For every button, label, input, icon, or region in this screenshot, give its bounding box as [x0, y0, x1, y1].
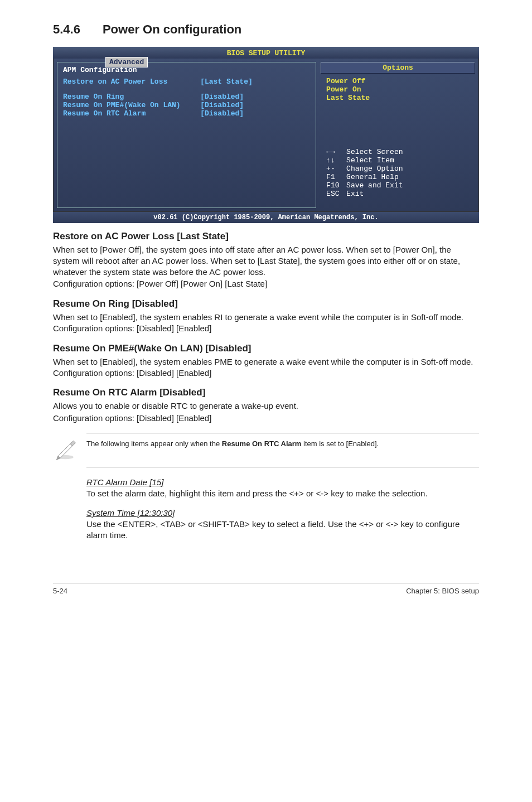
bios-help-row: F10Save and Exit: [326, 181, 470, 190]
bios-setting-key: Resume On Ring: [63, 93, 200, 101]
para-resume-rtc-1: Allows you to enable or disable RTC to g…: [53, 400, 479, 412]
page-footer: 5-24 Chapter 5: BIOS setup: [53, 583, 479, 595]
note-text-bold: Resume On RTC Alarm: [222, 439, 302, 448]
subheading-rtc-date: RTC Alarm Date [15]: [86, 477, 479, 487]
page-number: 5-24: [53, 587, 67, 595]
bios-setting-key: Restore on AC Power Loss: [63, 78, 200, 86]
bios-help-key: F10: [326, 181, 346, 190]
bios-help-label: Select Item: [346, 156, 394, 165]
para-resume-pme: When set to [Enabled], the system enable…: [53, 356, 479, 379]
bios-setting-row: Resume On RTC Alarm[Disabled]: [63, 109, 310, 118]
bios-help-row: ESCExit: [326, 190, 470, 198]
bios-setting-row: Resume On Ring[Disabled]: [63, 93, 310, 101]
bios-help-row: F1General Help: [326, 173, 470, 181]
chapter-label: Chapter 5: BIOS setup: [406, 587, 479, 595]
bios-option-item: Power On: [326, 85, 470, 94]
bios-help-row: ←→Select Screen: [326, 148, 470, 156]
bios-left-panel: APM Configuration Restore on AC Power Lo…: [57, 62, 316, 208]
bios-panel-title: APM Configuration: [63, 66, 310, 74]
bios-help-key: F1: [326, 173, 346, 181]
bios-options-header: Options: [321, 62, 475, 74]
bios-right-panel: Options Power OffPower OnLast State ←→Se…: [321, 62, 475, 208]
bios-help-label: Change Option: [346, 165, 403, 173]
para-restore-ac-2: Configuration options: [Power Off] [Powe…: [53, 278, 479, 289]
para-restore-ac-1: When set to [Power Off], the system goes…: [53, 244, 479, 277]
bios-setting-value: [Last State]: [200, 78, 310, 86]
bios-help-key: ←→: [326, 148, 346, 156]
note-text-post: item is set to [Enabled].: [301, 439, 379, 448]
section-number: 5.4.6: [53, 22, 80, 37]
heading-resume-pme: Resume On PME#(Wake On LAN) [Disabled]: [53, 343, 479, 354]
bios-setting-key: Resume On RTC Alarm: [63, 109, 200, 118]
bios-setting-row: Resume On PME#(Wake On LAN)[Disabled]: [63, 101, 310, 109]
bios-help-label: General Help: [346, 173, 399, 181]
bios-screenshot: BIOS SETUP UTILITY Advanced APM Configur…: [53, 47, 479, 223]
bios-setting-value: [Disabled]: [200, 109, 310, 118]
bios-help-label: Save and Exit: [346, 181, 403, 190]
bios-setting-row: Restore on AC Power Loss[Last State]: [63, 78, 310, 86]
bios-option-item: Last State: [326, 94, 470, 102]
bios-help-row: +-Change Option: [326, 165, 470, 173]
para-resume-rtc-2: Configuration options: [Disabled] [Enabl…: [53, 413, 479, 424]
bios-copyright: v02.61 (C)Copyright 1985-2009, American …: [53, 212, 479, 223]
bios-help-key: ESC: [326, 190, 346, 198]
note-divider-bottom: [86, 467, 479, 467]
para-resume-ring: When set to [Enabled], the system enable…: [53, 312, 479, 334]
pencil-note-icon: [53, 437, 86, 463]
note-text: The following items appear only when the…: [86, 437, 379, 449]
section-heading: 5.4.6Power On configuration: [53, 22, 479, 37]
bios-setting-key: Resume On PME#(Wake On LAN): [63, 101, 200, 109]
bios-help-panel: ←→Select Screen↑↓Select Item+-Change Opt…: [321, 144, 475, 208]
section-title: Power On configuration: [103, 22, 241, 36]
bios-help-key: ↑↓: [326, 156, 346, 165]
note-block: The following items appear only when the…: [53, 433, 479, 467]
bios-options-list: Power OffPower OnLast State: [321, 74, 475, 105]
bios-setting-value: [Disabled]: [200, 93, 310, 101]
bios-title-bar: BIOS SETUP UTILITY Advanced: [53, 47, 479, 59]
bios-setting-value: [Disabled]: [200, 101, 310, 109]
bios-help-label: Exit: [346, 190, 364, 198]
bios-tab-advanced: Advanced: [105, 57, 148, 67]
heading-resume-ring: Resume On Ring [Disabled]: [53, 298, 479, 310]
bios-utility-title: BIOS SETUP UTILITY: [227, 49, 305, 57]
bios-help-row: ↑↓Select Item: [326, 156, 470, 165]
heading-resume-rtc: Resume On RTC Alarm [Disabled]: [53, 387, 479, 398]
bios-help-label: Select Screen: [346, 148, 403, 156]
subheading-system-time: System Time [12:30:30]: [86, 508, 479, 518]
para-system-time: Use the <ENTER>, <TAB> or <SHIFT-TAB> ke…: [86, 519, 479, 541]
bios-option-item: Power Off: [326, 77, 470, 85]
note-text-pre: The following items appear only when the: [86, 439, 222, 448]
heading-restore-ac: Restore on AC Power Loss [Last State]: [53, 231, 479, 242]
para-rtc-date: To set the alarm date, highlight this it…: [86, 488, 479, 499]
bios-help-key: +-: [326, 165, 346, 173]
